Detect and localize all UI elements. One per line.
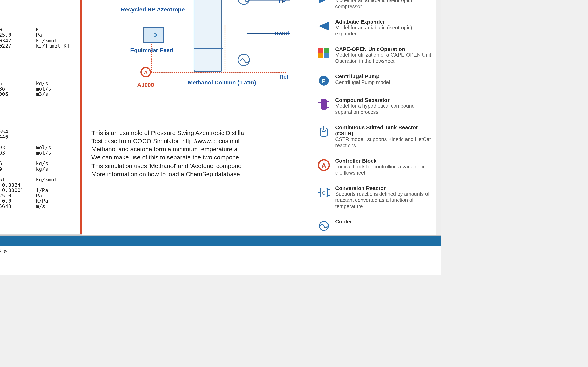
condenser-icon[interactable] <box>238 0 250 5</box>
palette-item-title: Adiabatic Expander <box>335 19 432 25</box>
svg-rect-55 <box>324 53 329 58</box>
palette-item-icon: C <box>316 185 331 200</box>
svg-rect-58 <box>321 99 327 110</box>
label-aj000: AJ000 <box>137 82 154 88</box>
log-body[interactable]: [INFO] [8/10/2018 8:50:04 AM] Data loade… <box>0 246 441 275</box>
palette-item[interactable]: Compound Separator Model for a hypotheti… <box>312 94 436 121</box>
palette-item-desc: Model for an adiabatic (isentropic) comp… <box>335 0 432 10</box>
palette-item-title: CAPE-OPEN Unit Operation <box>335 46 432 52</box>
palette-item-desc: Model for an adiabatic (isentropic) expa… <box>335 25 432 37</box>
palette-item[interactable]: Continuous Stirred Tank Reactor (CSTR) C… <box>312 121 436 155</box>
palette-scrollbar[interactable] <box>436 0 441 235</box>
palette-item-desc: Centrifugal Pump model <box>335 80 390 86</box>
palette-item-title: Controller Block <box>335 158 432 164</box>
label-lp: LP <box>278 0 286 4</box>
palette-item[interactable]: A Controller Block Logical block for con… <box>312 155 436 182</box>
palette-item-title: Compound Separator <box>335 97 432 103</box>
reboiler-icon[interactable] <box>238 54 250 66</box>
svg-rect-53 <box>324 48 329 53</box>
palette-item[interactable]: CAPE-OPEN Unit Operation Model for utili… <box>312 43 436 70</box>
palette-item[interactable]: Adiabatic Expander Model for an adiabati… <box>312 16 436 43</box>
adjust-connector <box>225 25 225 72</box>
log-panel-title: Information/Log Panel <box>0 236 441 246</box>
svg-text:C: C <box>322 191 325 196</box>
palette-item-title: Continuous Stirred Tank Reactor (CSTR) <box>335 124 432 137</box>
palette-item-desc: Supports reactions defined by amounts of… <box>335 191 432 210</box>
palette-item[interactable]: Cooler <box>312 215 436 235</box>
palette-item-icon <box>316 19 331 33</box>
flowsheet-notes: This is an example of Pressure Swing Aze… <box>91 129 308 178</box>
adjust-badge[interactable]: A <box>140 67 151 77</box>
label-recycled-hp: Recycled HP Azeotrope <box>121 6 185 13</box>
flowsheet-canvas-pane: E A Recyc Recycled HP Azeotrope LP Cond … <box>83 0 312 235</box>
svg-text:A: A <box>321 162 326 169</box>
log-panel: Information/Log Panel [INFO] [8/10/2018 … <box>0 235 441 275</box>
svg-rect-54 <box>318 53 323 58</box>
label-methanol-col: Methanol Column (1 atm) <box>188 79 256 86</box>
palette-item[interactable]: P Centrifugal Pump Centrifugal Pump mode… <box>312 70 436 94</box>
adjust-connector <box>151 72 286 73</box>
label-rel: Rel <box>279 73 288 80</box>
palette-list[interactable]: AB Absorption Column Model for rigorous … <box>312 0 436 235</box>
results-text-area[interactable]: Object successfully calculated on 1/1/00… <box>0 0 82 235</box>
palette-item-desc: Logical block for controlling a variable… <box>335 164 432 176</box>
svg-text:P: P <box>322 78 325 84</box>
palette-item-desc: Model for utilization of a CAPE-OPEN Uni… <box>335 52 432 64</box>
label-cond: Cond <box>274 30 289 37</box>
palette-item-icon <box>316 97 331 112</box>
svg-rect-52 <box>318 48 323 53</box>
palette-item-icon <box>316 124 331 139</box>
palette-item-title: Cooler <box>335 218 352 225</box>
palette-item-title: Conversion Reactor <box>335 185 432 191</box>
object-editors-pane: Object Editors Object Editing Panels wil… <box>0 0 83 235</box>
palette-item-icon: A <box>316 158 331 173</box>
label-equimolar-feed: Equimolar Feed <box>130 47 173 53</box>
flow-arrow-icon <box>149 32 161 38</box>
palette-item-title: Centrifugal Pump <box>335 73 390 80</box>
flowsheet-canvas[interactable]: E A Recyc Recycled HP Azeotrope LP Cond … <box>83 0 312 235</box>
object-palette-pane: Object Palette Drag and drop items to ad… <box>312 0 441 235</box>
palette-item-icon <box>316 0 331 6</box>
palette-item-desc: Model for a hypothetical compound separa… <box>335 103 432 115</box>
palette-item[interactable]: Adiabatic Compressor Model for an adiaba… <box>312 0 436 16</box>
palette-item-icon: P <box>316 73 331 88</box>
palette-item-icon <box>316 218 331 233</box>
palette-item-desc: CSTR model, supports Kinetic and HetCat … <box>335 137 432 149</box>
column-block[interactable] <box>194 0 222 72</box>
palette-item-icon <box>316 46 331 61</box>
palette-item[interactable]: C Conversion Reactor Supports reactions … <box>312 182 436 215</box>
